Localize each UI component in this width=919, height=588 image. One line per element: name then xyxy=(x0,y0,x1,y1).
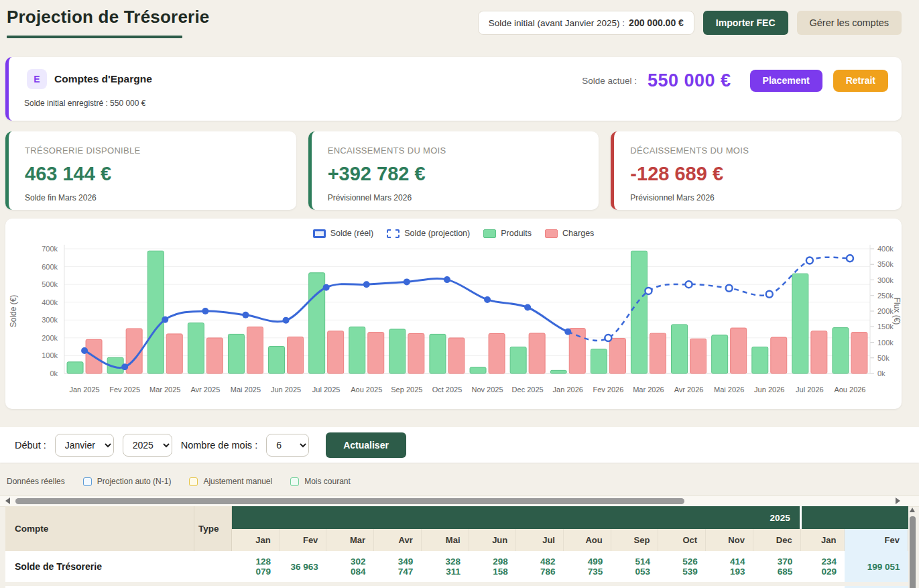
vertical-scroll-thumb[interactable] xyxy=(910,516,916,588)
savings-initial-text: Solde initial enregistré : 550 000 € xyxy=(24,99,145,108)
header-actions: Solde initial (avant Janvier 2025) : 200… xyxy=(478,11,902,35)
legend-projection-auto: Projection auto (N-1) xyxy=(83,477,172,486)
initial-balance-pill: Solde initial (avant Janvier 2025) : 200… xyxy=(478,11,694,35)
svg-text:Nov 2025: Nov 2025 xyxy=(472,386,503,394)
month-column-header: Avr xyxy=(374,529,422,551)
value-cell: 248 xyxy=(374,584,422,588)
value-cell: 128 079 xyxy=(231,551,279,584)
legend-produits: Produits xyxy=(483,229,532,238)
horizontal-scroll-thumb[interactable] xyxy=(15,498,684,504)
value-cell: 35 xyxy=(421,584,469,588)
legend-label: Projection auto (N-1) xyxy=(97,477,172,486)
svg-text:150k: 150k xyxy=(877,322,894,331)
svg-text:Fev 2025: Fev 2025 xyxy=(109,386,140,394)
value-cell: 662 xyxy=(326,584,374,588)
months-count-label: Nombre de mois : xyxy=(181,440,257,451)
month-column-header: Mai xyxy=(421,529,469,551)
legend-ajustement-manuel: Ajustement manuel xyxy=(189,477,272,486)
kpi-card-encaissements: ENCAISSEMENTS DU MOIS +392 782 € Prévisi… xyxy=(308,131,599,210)
value-cell: 313 xyxy=(231,584,279,588)
refresh-button[interactable]: Actualiser xyxy=(326,432,406,458)
svg-text:Mar 2025: Mar 2025 xyxy=(149,386,180,394)
value-cell: 271 xyxy=(845,584,908,588)
month-column-header: Mar xyxy=(326,529,374,551)
value-cell: 302 084 xyxy=(326,551,374,584)
value-cell: 60 xyxy=(753,584,800,588)
svg-text:50k: 50k xyxy=(877,354,890,362)
year-2025-band: 2025 xyxy=(231,506,800,529)
value-cell: 612 xyxy=(516,584,564,588)
svg-text:400k: 400k xyxy=(42,298,58,306)
value-cell: 36 963 xyxy=(279,551,326,584)
projection-controls-bar: Début : Janvier 2025 Nombre de mois : 6 … xyxy=(0,427,919,463)
svg-text:200k: 200k xyxy=(877,307,894,315)
chart-plot-area: 0k100k200k300k400k500k600k700k0k50k100k1… xyxy=(5,241,902,404)
start-year-select[interactable]: 2025 xyxy=(123,434,172,457)
legend-mois-courant: Mois courant xyxy=(290,477,351,486)
page-header: Projection de Trésorerie xyxy=(7,7,209,38)
svg-text:400k: 400k xyxy=(877,245,894,253)
legend-solde-projection: Solde (projection) xyxy=(387,229,470,238)
svg-text:Jun 2025: Jun 2025 xyxy=(271,386,301,394)
value-cell: 482 786 xyxy=(516,551,564,584)
svg-text:Aou 2025: Aou 2025 xyxy=(351,386,382,394)
start-month-select[interactable]: Janvier xyxy=(55,434,114,457)
total-row: Solde de Trésorerie128 07936 963302 0843… xyxy=(5,551,908,584)
savings-current-label: Solde actuel : xyxy=(582,76,637,86)
produits-swatch-icon xyxy=(483,229,496,238)
svg-text:300k: 300k xyxy=(877,276,894,284)
kpi-label: ENCAISSEMENTS DU MOIS xyxy=(328,145,583,156)
table-horizontal-scrollbar[interactable] xyxy=(0,495,919,507)
value-cell xyxy=(800,584,845,588)
retrait-button[interactable]: Retrait xyxy=(833,70,888,92)
account-name-cell: 411000COLLECTIF CLIENTS DIVERS xyxy=(5,584,194,588)
month-column-header: Jan xyxy=(231,529,279,551)
svg-text:Mar 2026: Mar 2026 xyxy=(633,386,664,394)
svg-text:Oct 2025: Oct 2025 xyxy=(432,386,463,394)
manage-accounts-button[interactable]: Gérer les comptes xyxy=(797,11,902,35)
svg-text:100k: 100k xyxy=(877,339,894,347)
legend-donnees-reelles: Données réelles xyxy=(7,477,65,486)
scroll-up-arrow-icon[interactable] xyxy=(910,508,915,512)
year-2026-band xyxy=(800,506,908,529)
page-title: Projection de Trésorerie xyxy=(7,7,209,27)
projection-table: Compte Type 2025 JanFevMarAvrMaiJunJulAo… xyxy=(5,506,908,588)
legend-label: Produits xyxy=(501,229,532,238)
svg-text:Mai 2026: Mai 2026 xyxy=(714,386,744,394)
kpi-value: -128 689 € xyxy=(630,163,885,185)
value-cell: 286 xyxy=(611,584,658,588)
import-fec-button[interactable]: Importer FEC xyxy=(703,11,788,35)
svg-text:Jul 2025: Jul 2025 xyxy=(312,386,341,394)
svg-text:Fev 2026: Fev 2026 xyxy=(593,386,623,394)
svg-text:350k: 350k xyxy=(877,260,894,268)
savings-badge: E xyxy=(27,69,47,89)
svg-text:200k: 200k xyxy=(42,334,58,342)
savings-current-value: 550 000 € xyxy=(648,70,731,91)
value-cell: 414 193 xyxy=(706,551,753,584)
value-cell: 328 311 xyxy=(421,551,469,584)
svg-text:Mai 2025: Mai 2025 xyxy=(231,386,261,394)
svg-text:0k: 0k xyxy=(877,369,885,377)
placement-button[interactable]: Placement xyxy=(750,70,822,92)
svg-text:Jan 2025: Jan 2025 xyxy=(69,386,99,394)
account-type-cell[interactable]: + xyxy=(194,584,232,588)
months-count-select[interactable]: 6 xyxy=(266,434,309,457)
legend-label: Solde (projection) xyxy=(404,229,470,238)
svg-text:Jun 2026: Jun 2026 xyxy=(754,386,784,394)
month-column-header: Jul xyxy=(516,529,564,551)
table-row[interactable]: 411000COLLECTIF CLIENTS DIVERS+313586622… xyxy=(5,584,908,588)
kpi-card-tresorerie: TRÉSORERIE DISPONIBLE 463 144 € Solde fi… xyxy=(5,131,296,210)
initial-balance-label: Solde initial (avant Janvier 2025) : xyxy=(489,18,625,28)
svg-text:600k: 600k xyxy=(42,263,58,271)
table-vertical-scrollbar[interactable] xyxy=(909,508,916,588)
solde-projection-swatch-icon xyxy=(387,229,400,238)
svg-text:Sep 2025: Sep 2025 xyxy=(391,386,422,394)
account-name-cell: Solde de Trésorerie xyxy=(5,551,194,584)
debut-label: Début : xyxy=(15,440,46,451)
value-cell: 220 xyxy=(658,584,706,588)
mois-courant-swatch-icon xyxy=(290,477,299,486)
svg-text:0k: 0k xyxy=(50,369,58,377)
value-cell: 158 xyxy=(469,584,516,588)
scroll-right-arrow-icon[interactable] xyxy=(896,497,900,504)
scroll-left-arrow-icon[interactable] xyxy=(5,497,10,504)
